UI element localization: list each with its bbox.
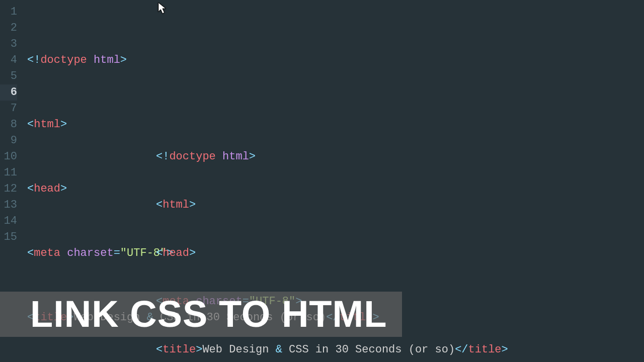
code-line: <html> (156, 197, 644, 213)
code-line[interactable]: <!doctype html> (27, 52, 644, 68)
line-number: 12 (0, 181, 17, 197)
code-line: <head> (156, 245, 644, 261)
line-number: 7 (0, 101, 17, 117)
line-number: 11 (0, 165, 17, 181)
line-number: 1 (0, 4, 17, 20)
line-number: 10 (0, 149, 17, 165)
line-number-active: 6 (0, 84, 17, 101)
line-number: 9 (0, 133, 17, 149)
line-number: 8 (0, 117, 17, 133)
banner-title: LINK CSS TO HTML (30, 296, 387, 333)
line-number: 5 (0, 68, 17, 84)
mouse-cursor-icon (158, 2, 167, 15)
line-number: 13 (0, 197, 17, 213)
line-number: 4 (0, 52, 17, 68)
code-line: <title>Web Design & CSS in 30 Seconds (o… (156, 342, 644, 358)
title-banner: LINK CSS TO HTML (0, 292, 402, 337)
line-number: 2 (0, 20, 17, 36)
code-line: <!doctype html> (156, 149, 644, 165)
line-number: 3 (0, 36, 17, 52)
line-number: 14 (0, 213, 17, 229)
line-number: 15 (0, 229, 17, 245)
